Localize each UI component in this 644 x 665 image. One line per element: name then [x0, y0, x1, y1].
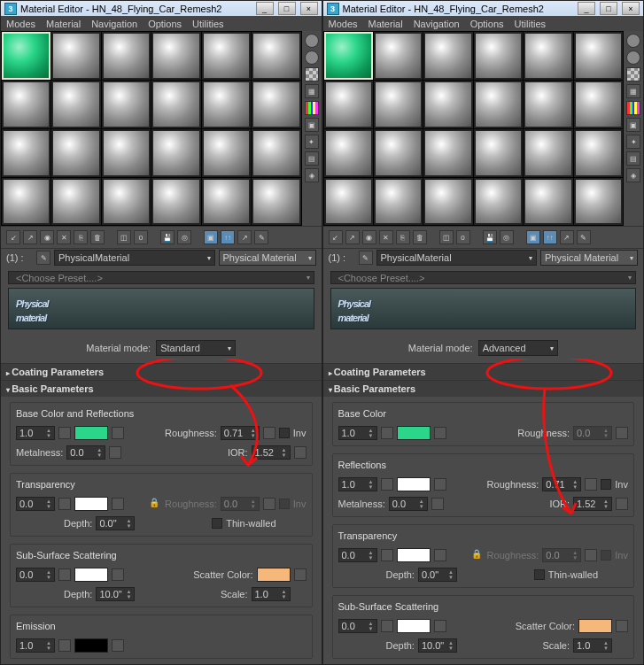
sample-slot[interactable] — [374, 32, 423, 80]
sample-slot[interactable] — [474, 81, 523, 128]
sample-slot[interactable] — [474, 178, 523, 226]
sss-weight-spinner[interactable]: 0.0▲▼ — [338, 619, 377, 633]
show-map-icon[interactable]: ◎ — [500, 230, 514, 244]
base-weight-map[interactable] — [381, 427, 393, 439]
base-color-map[interactable] — [112, 427, 124, 439]
depth-spinner[interactable]: 0.0"▲▼ — [418, 568, 457, 582]
sample-slot-selected[interactable] — [2, 32, 50, 80]
material-mode-dropdown[interactable]: Standard — [156, 340, 236, 356]
go-to-parent-icon[interactable]: ↑↑ — [221, 230, 235, 244]
sample-slot[interactable] — [574, 129, 623, 177]
delete-icon[interactable]: 🗑 — [90, 230, 105, 244]
transparency-roughness-map[interactable] — [585, 549, 597, 561]
lock-icon[interactable]: 🔒 — [471, 549, 484, 561]
reflection-roughness-spinner[interactable]: 0.71▲▼ — [542, 477, 581, 491]
make-preview-icon[interactable]: ▣ — [305, 118, 319, 132]
sample-slot[interactable] — [2, 178, 50, 226]
sample-slot[interactable] — [151, 32, 200, 80]
background-icon[interactable] — [626, 67, 640, 81]
pick-material-icon[interactable]: ✎ — [254, 230, 268, 244]
close-button[interactable]: × — [622, 2, 640, 15]
inv-checkbox[interactable] — [279, 499, 290, 509]
options-icon[interactable]: ✦ — [626, 135, 640, 149]
rollout-header-basic[interactable]: Basic Parameters — [323, 381, 644, 397]
material-type-button[interactable]: Physical Material — [219, 250, 316, 266]
video-color-check-icon[interactable] — [626, 101, 640, 115]
make-preview-icon[interactable]: ▣ — [626, 118, 640, 132]
sample-slot[interactable] — [324, 81, 373, 128]
transparency-color-map[interactable] — [434, 549, 446, 561]
show-end-result-icon[interactable]: ▣ — [526, 230, 540, 244]
transparency-weight-map[interactable] — [381, 549, 393, 561]
sample-slot[interactable] — [474, 129, 523, 177]
sss-depth-spinner[interactable]: 10.0"▲▼ — [96, 587, 135, 601]
base-color-swatch[interactable] — [74, 426, 108, 440]
menu-options[interactable]: Options — [470, 19, 504, 29]
sample-slot[interactable] — [202, 178, 251, 226]
sample-uv-tiling-icon[interactable]: ▦ — [626, 84, 640, 98]
sample-slot[interactable] — [423, 129, 472, 177]
sample-slot[interactable] — [374, 129, 423, 177]
backlight-icon[interactable] — [626, 50, 640, 65]
material-map-navigator-icon[interactable]: ◈ — [305, 168, 319, 182]
sss-color-swatch[interactable] — [397, 619, 431, 633]
maximize-button[interactable]: □ — [600, 2, 617, 15]
sample-slot[interactable] — [202, 81, 251, 128]
save-icon[interactable]: 💾 — [483, 230, 497, 244]
scatter-color-map[interactable] — [294, 568, 306, 581]
thin-walled-checkbox[interactable] — [534, 569, 545, 580]
transparency-weight-spinner[interactable]: 0.0▲▼ — [338, 548, 377, 562]
menu-modes[interactable]: Modes — [6, 19, 35, 29]
ior-map[interactable] — [294, 446, 306, 459]
save-icon[interactable]: 💾 — [160, 230, 175, 244]
maximize-button[interactable]: □ — [278, 2, 296, 15]
preset-dropdown[interactable]: <Choose Preset....> — [8, 271, 314, 285]
sample-slot[interactable] — [2, 81, 50, 128]
sample-slot[interactable] — [51, 81, 100, 128]
ior-map[interactable] — [616, 498, 628, 510]
reflection-weight-map[interactable] — [381, 478, 393, 491]
put-to-scene-icon[interactable]: ↗ — [345, 230, 360, 244]
sample-slot[interactable] — [574, 81, 623, 128]
sample-slot[interactable] — [51, 178, 100, 226]
sample-slot[interactable] — [324, 129, 373, 177]
sample-slot[interactable] — [374, 178, 423, 226]
roughness-map[interactable] — [263, 427, 275, 439]
sample-slot[interactable] — [374, 81, 423, 128]
transparency-color-swatch[interactable] — [397, 548, 431, 562]
sample-slot[interactable] — [423, 178, 472, 226]
go-to-parent-icon[interactable]: ↑↑ — [543, 230, 557, 244]
material-id-icon[interactable]: 0 — [456, 230, 470, 244]
rollout-header-coating[interactable]: Coating Parameters — [323, 364, 644, 380]
sss-weight-map[interactable] — [381, 620, 393, 632]
base-roughness-spinner[interactable]: 0.0▲▼ — [573, 426, 612, 440]
sample-type-icon[interactable] — [305, 34, 319, 48]
go-forward-icon[interactable]: ↗ — [237, 230, 252, 244]
transparency-color-swatch[interactable] — [74, 497, 108, 511]
sample-slot[interactable] — [524, 81, 572, 128]
emission-color-swatch[interactable] — [74, 638, 108, 653]
sss-color-map[interactable] — [434, 620, 446, 632]
reset-map-icon[interactable]: ✕ — [57, 230, 71, 244]
menu-utilities[interactable]: Utilities — [515, 19, 546, 29]
put-to-library-icon[interactable]: ◫ — [439, 230, 454, 244]
scale-spinner[interactable]: 1.0▲▼ — [573, 638, 612, 653]
sample-type-icon[interactable] — [626, 34, 640, 48]
menu-material[interactable]: Material — [46, 19, 81, 29]
rollout-header-basic[interactable]: Basic Parameters — [1, 381, 322, 397]
sample-uv-tiling-icon[interactable]: ▦ — [305, 84, 319, 98]
reflection-color-swatch[interactable] — [397, 477, 431, 491]
rollout-header-coating[interactable]: Coating Parameters — [1, 364, 322, 380]
assign-to-selection-icon[interactable]: ◉ — [40, 230, 54, 244]
sample-slot[interactable] — [102, 178, 151, 226]
material-name-field[interactable]: PhysicalMaterial — [376, 250, 538, 266]
emission-color-map[interactable] — [112, 639, 124, 652]
sample-slot[interactable] — [51, 129, 100, 177]
close-button[interactable]: × — [300, 2, 318, 15]
reflection-roughness-map[interactable] — [585, 478, 597, 491]
sample-slot[interactable] — [2, 129, 50, 177]
transparency-weight-map[interactable] — [58, 498, 71, 510]
transparency-roughness-spinner[interactable]: 0.0▲▼ — [221, 497, 260, 511]
transparency-roughness-map[interactable] — [263, 498, 275, 510]
sample-slot[interactable] — [51, 32, 100, 80]
